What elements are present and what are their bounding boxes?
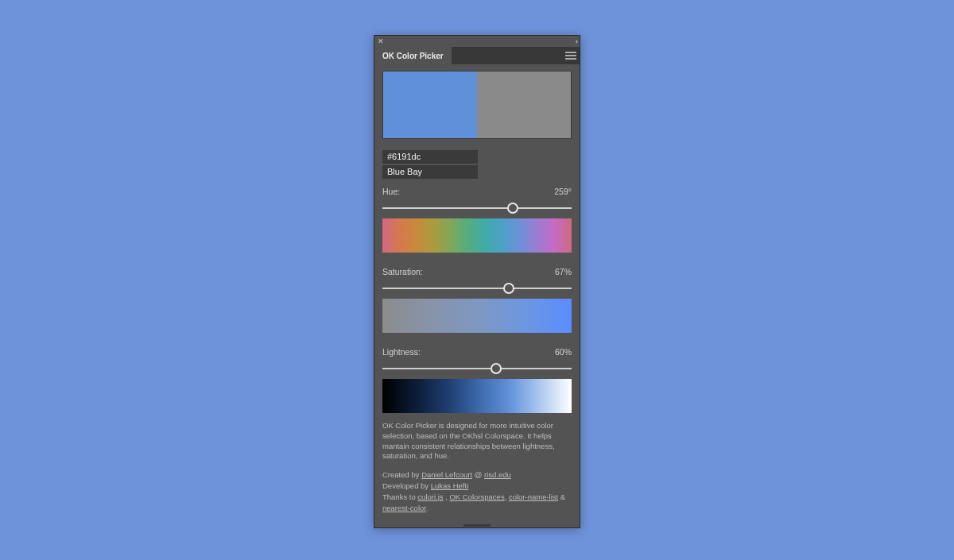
author-link[interactable]: Daniel Lefcourt: [421, 470, 472, 479]
tab-ok-color-picker[interactable]: OK Color Picker: [374, 47, 452, 64]
compare-color-swatch[interactable]: [477, 71, 571, 138]
org-link[interactable]: risd.edu: [484, 470, 511, 479]
description-text: OK Color Picker is designed for more int…: [382, 421, 572, 462]
saturation-gradient[interactable]: [382, 299, 572, 333]
saturation-slider[interactable]: [382, 281, 572, 295]
current-color-swatch[interactable]: [383, 71, 477, 138]
collapse-icon[interactable]: ‹‹: [576, 38, 576, 45]
lightness-slider[interactable]: [382, 361, 572, 376]
saturation-label: Saturation:: [382, 267, 423, 276]
hue-value: 259°: [554, 187, 572, 196]
lightness-slider-thumb[interactable]: [491, 363, 502, 374]
credit-link-culori[interactable]: culori.js: [417, 492, 443, 501]
developer-link[interactable]: Lukas Hefti: [431, 481, 469, 490]
color-name-input[interactable]: Blue Bay: [382, 165, 478, 179]
panel-body: #6191dc Blue Bay Hue: 259° Saturation: 6…: [374, 64, 580, 523]
hex-input[interactable]: #6191dc: [382, 150, 478, 164]
color-picker-panel: ✕ ‹‹ OK Color Picker #6191dc Blue Bay Hu…: [374, 35, 580, 528]
lightness-value: 60%: [555, 347, 572, 357]
tab-bar: OK Color Picker: [374, 47, 580, 64]
hue-label: Hue:: [382, 187, 400, 196]
credit-link-okcolorspaces[interactable]: OK Colorspaces: [449, 492, 504, 501]
window-titlebar[interactable]: ✕ ‹‹: [374, 36, 580, 47]
lightness-gradient[interactable]: [382, 379, 572, 413]
saturation-slider-thumb[interactable]: [503, 283, 514, 294]
close-icon[interactable]: ✕: [378, 38, 384, 45]
hue-slider[interactable]: [382, 201, 572, 215]
hue-gradient[interactable]: [382, 218, 572, 253]
saturation-value: 67%: [555, 267, 572, 276]
credits-text: Created by Daniel Lefcourt @ risd.edu De…: [382, 469, 572, 513]
credit-link-nearest[interactable]: nearest-color: [382, 504, 426, 512]
hue-slider-thumb[interactable]: [507, 203, 518, 214]
lightness-label: Lightness:: [382, 347, 421, 357]
color-swatch-pair: [382, 71, 572, 139]
resize-handle-icon[interactable]: [374, 523, 580, 527]
hamburger-icon[interactable]: [565, 51, 576, 60]
credit-link-colorlist[interactable]: color-name-list: [509, 492, 558, 501]
